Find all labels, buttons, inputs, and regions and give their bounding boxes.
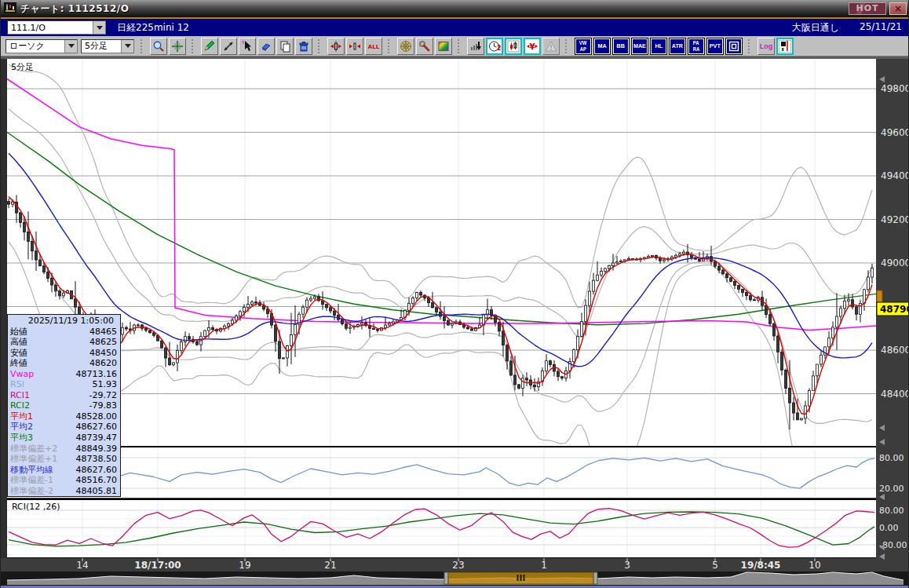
- tooltip-value: 48450: [89, 348, 117, 359]
- cursor-icon[interactable]: [239, 38, 256, 55]
- tooltip-label: RCI1: [10, 390, 30, 401]
- instrument-name: 日経225mini 12: [117, 21, 189, 35]
- chevron-down-icon[interactable]: [64, 40, 77, 53]
- svg-text:¥: ¥: [529, 42, 535, 52]
- hl-indicator-button[interactable]: HL: [650, 38, 667, 55]
- rainbow-icon[interactable]: [435, 38, 452, 55]
- bb-indicator-button[interactable]: BB: [612, 38, 630, 55]
- svg-text:14: 14: [76, 560, 88, 571]
- wrench-icon[interactable]: [416, 38, 433, 55]
- chevron-down-icon[interactable]: [93, 21, 105, 34]
- chart-type-value: ローソク: [6, 40, 64, 52]
- tooltip-row: 標準偏差+148738.50: [10, 454, 117, 465]
- tooltip-label: 高値: [10, 337, 27, 348]
- close-button[interactable]: ×: [889, 2, 907, 15]
- session-label: 大阪日通し: [792, 21, 839, 35]
- svg-text:48400: 48400: [881, 389, 909, 400]
- toolbar-separator: [318, 39, 323, 53]
- svg-text:21: 21: [324, 560, 336, 571]
- scrollbar-left-cap[interactable]: [444, 572, 448, 584]
- vwap-indicator-button[interactable]: VWAP: [575, 38, 592, 55]
- chart-type-combo[interactable]: ローソク: [5, 39, 78, 53]
- zoom-icon[interactable]: [150, 38, 167, 55]
- tooltip-row: Vwap48713.16: [10, 369, 117, 380]
- toolbar-separator: [141, 39, 146, 53]
- tooltip-label: 始値: [10, 327, 27, 338]
- tooltip-label: RSI: [10, 379, 24, 390]
- hot-button[interactable]: HOT: [849, 2, 886, 15]
- crosshair-icon[interactable]: [169, 38, 186, 55]
- symbol-combo[interactable]: 111.1/O: [7, 20, 106, 35]
- svg-text:49600: 49600: [881, 127, 909, 138]
- tooltip-label: 安値: [10, 348, 27, 359]
- svg-text:48600: 48600: [881, 345, 909, 356]
- svg-text:10: 10: [809, 560, 820, 571]
- timeframe-combo[interactable]: 5分足: [81, 39, 134, 53]
- svg-text:49000: 49000: [881, 257, 909, 268]
- toolbar-separator: [388, 39, 393, 53]
- current-price-value: 48790: [880, 304, 909, 315]
- chart-canvas[interactable]: 1418/17:0019212313519/8:4510498004960049…: [1, 57, 909, 588]
- chart-window: チャート: 1112512/O HOT × 111.1/O 日経225mini …: [0, 0, 909, 588]
- svg-text:ALL: ALL: [368, 44, 380, 50]
- tooltip-label: RCI2: [10, 400, 30, 411]
- toolbar-separator: [565, 39, 571, 53]
- trendline-icon[interactable]: [220, 38, 237, 55]
- atr-indicator-button[interactable]: ATR: [669, 38, 686, 55]
- web-icon[interactable]: [397, 38, 414, 55]
- tooltip-row: RSI51.93: [10, 379, 117, 390]
- forming-bar-marker: [877, 290, 882, 302]
- chart-mini-icon[interactable]: [776, 38, 794, 55]
- timeframe-panel-label: 5分足: [11, 62, 34, 72]
- loop-square-icon[interactable]: [725, 38, 743, 55]
- eraser-icon[interactable]: [257, 38, 275, 55]
- instrument-bar: 111.1/O 日経225mini 12 大阪日通し 25/11/21: [1, 19, 909, 36]
- pencil-icon[interactable]: [201, 38, 218, 55]
- tooltip-label: 標準偏差+1: [10, 454, 57, 465]
- tooltip-label: 移動平均線: [10, 465, 53, 476]
- symbol-value: 111.1/O: [8, 23, 93, 33]
- tooltip-value: 48528.00: [76, 411, 118, 422]
- ohlc-tooltip: 2025/11/19 1:05:00 始値48465高値48625安値48450…: [7, 314, 121, 497]
- bar-expand-icon[interactable]: [327, 38, 345, 55]
- tooltip-row: 始値48465: [10, 327, 117, 338]
- copy-icon[interactable]: [276, 38, 294, 55]
- svg-text:49400: 49400: [881, 170, 909, 181]
- toolbar: ローソク 5分足 ALL2¥VWAPMABBMAEHLATRPARAPVTLog: [1, 36, 909, 57]
- log-button[interactable]: Log: [758, 38, 775, 55]
- timeframe-value: 5分足: [82, 40, 121, 52]
- all-icon[interactable]: ALL: [365, 38, 382, 55]
- tooltip-row: RCI2-79.83: [10, 400, 117, 411]
- svg-text:20.00: 20.00: [879, 484, 904, 494]
- tooltip-label: 標準偏差-1: [10, 475, 53, 486]
- mae-indicator-button[interactable]: MAE: [631, 38, 648, 55]
- svg-text:80.00: 80.00: [879, 506, 904, 516]
- warning-icon[interactable]: [542, 38, 560, 55]
- tooltip-row: 平均348739.47: [10, 433, 117, 444]
- toolbar-separator: [192, 39, 197, 53]
- chart-box-icon[interactable]: [505, 38, 522, 55]
- para-indicator-button[interactable]: PARA: [688, 38, 705, 55]
- pvt-indicator-button[interactable]: PVT: [706, 38, 724, 55]
- svg-text:49800: 49800: [881, 83, 909, 94]
- tooltip-label: 平均2: [10, 422, 33, 433]
- tooltip-value: 48713.16: [76, 369, 118, 380]
- svg-text:18/17:00: 18/17:00: [134, 560, 181, 571]
- tooltip-row: 安値48450: [10, 348, 117, 359]
- tooltip-value: 48620: [89, 358, 117, 369]
- toolbar-separator: [458, 39, 463, 53]
- trash-icon[interactable]: [295, 38, 312, 55]
- chevron-down-icon[interactable]: [121, 40, 133, 53]
- yen-icon[interactable]: ¥: [524, 38, 541, 55]
- svg-text:5: 5: [712, 560, 718, 571]
- tooltip-row: 終値48620: [10, 358, 117, 369]
- clock2-icon[interactable]: 2: [486, 38, 503, 55]
- tooltip-row: 平均148528.00: [10, 411, 117, 422]
- ma-indicator-button[interactable]: MA: [593, 38, 611, 55]
- scrollbar-right-cap[interactable]: [593, 572, 597, 584]
- window-title: チャート: 1112512/O: [20, 2, 129, 16]
- tooltip-value: 48516.70: [76, 475, 118, 486]
- chart-download-icon[interactable]: [467, 38, 484, 55]
- bar-shrink-icon[interactable]: [346, 38, 363, 55]
- tooltip-value: 48405.81: [76, 486, 118, 497]
